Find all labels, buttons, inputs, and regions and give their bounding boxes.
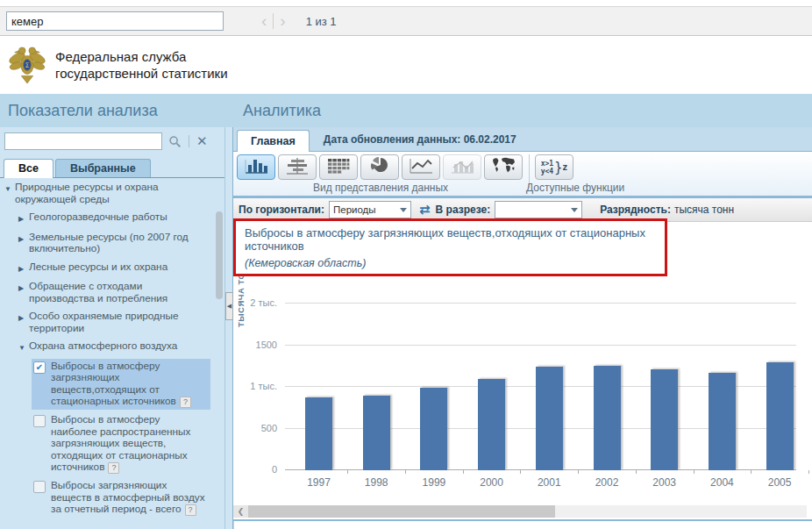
bar-1998[interactable] bbox=[363, 396, 390, 470]
x-tick-label: 1999 bbox=[408, 476, 460, 489]
chart-subtitle: (Кемеровская область) bbox=[245, 257, 665, 269]
column-chart-icon bbox=[243, 156, 269, 179]
org-name: Федеральная служба государственной стати… bbox=[55, 48, 228, 82]
swap-axes-icon[interactable]: ⇄ bbox=[419, 202, 431, 218]
line-chart-button[interactable] bbox=[402, 154, 440, 180]
tree-item[interactable]: Выбросы загрязняющих веществ в атмосферн… bbox=[4, 480, 209, 516]
window-top-strip bbox=[0, 0, 812, 7]
chart-horizontal-scrollbar[interactable]: ❮ bbox=[233, 505, 807, 518]
slice-select[interactable] bbox=[495, 201, 582, 218]
tree-item[interactable]: ▶Обращение с отходами производства и пот… bbox=[4, 281, 209, 304]
indicator-checkbox[interactable] bbox=[33, 481, 46, 493]
x-axis-tick bbox=[636, 470, 637, 474]
tab-selected[interactable]: Выбранные bbox=[55, 159, 151, 177]
view-toolbar: x>1 y<4 } z Вид представления данных Дос… bbox=[233, 152, 812, 196]
functions-icon: x>1 y<4 } z bbox=[541, 160, 568, 175]
functions-button[interactable]: x>1 y<4 } z bbox=[535, 154, 573, 180]
x-tick-label: 2001 bbox=[523, 476, 575, 489]
tree-item[interactable]: ▶Особо охраняемые природные территории bbox=[4, 311, 209, 334]
bar-2001[interactable] bbox=[536, 367, 563, 470]
tree-item[interactable]: ▼Охрана атмосферного воздуха bbox=[4, 340, 209, 354]
data-update-date: Дата обновления данных: 06.02.2017 bbox=[324, 133, 516, 146]
bar-chart-horizontal-button[interactable] bbox=[278, 154, 317, 180]
find-next-button[interactable]: › bbox=[274, 13, 291, 29]
bottom-panel-edge bbox=[233, 521, 812, 529]
tree-item-label: Выбросы загрязняющих веществ в атмосферн… bbox=[51, 480, 209, 516]
tree-item[interactable]: ▶Геологоразведочные работы bbox=[4, 211, 209, 225]
tree-item-label: Особо охраняемые природные территории bbox=[29, 311, 209, 334]
svg-text:Σ: Σ bbox=[25, 61, 30, 69]
find-prev-button[interactable]: ‹ bbox=[255, 13, 273, 29]
x-axis-tick bbox=[751, 470, 751, 474]
indicator-tree: ▼Природные ресурсы и охрана окружающей с… bbox=[0, 178, 224, 522]
collapse-sidebar-handle[interactable]: ◀ bbox=[225, 292, 233, 320]
world-map-icon bbox=[490, 156, 516, 179]
help-icon[interactable]: ? bbox=[180, 397, 191, 408]
tab-main[interactable]: Главная bbox=[237, 130, 310, 152]
x-axis-tick bbox=[463, 470, 464, 474]
tree-item-label: Геологоразведочные работы bbox=[29, 211, 209, 225]
tree-item-label: Выбросы в атмосферу наиболее распростран… bbox=[51, 414, 209, 474]
gridline: 1500 bbox=[285, 345, 796, 346]
scroll-left-arrow-icon[interactable]: ❮ bbox=[233, 505, 248, 518]
bar-1997[interactable] bbox=[305, 397, 332, 470]
search-icon[interactable] bbox=[168, 135, 182, 148]
tree-item[interactable]: ▼Природные ресурсы и охрана окружающей с… bbox=[4, 182, 209, 205]
tree-item[interactable]: Выбросы в атмосферу наиболее распростран… bbox=[4, 414, 209, 474]
pie-chart-icon bbox=[367, 156, 393, 179]
sidebar-tabs: Все Выбранные bbox=[0, 156, 224, 178]
x-tick-label: 2004 bbox=[695, 476, 748, 489]
main-tab-row: Главная Дата обновления данных: 06.02.20… bbox=[233, 127, 812, 152]
bar-2003[interactable] bbox=[651, 369, 678, 470]
tab-all[interactable]: Все bbox=[4, 159, 53, 178]
find-input[interactable] bbox=[6, 11, 224, 31]
indicator-checkbox[interactable] bbox=[33, 415, 46, 427]
tree-item-label: Природные ресурсы и охрана окружающей ср… bbox=[15, 182, 209, 205]
column-chart-button[interactable] bbox=[237, 154, 275, 180]
help-icon[interactable]: ? bbox=[185, 504, 196, 516]
chart-area: Выбросы в атмосферу загрязняющих веществ… bbox=[233, 222, 812, 519]
y-tick-label: 0 bbox=[237, 464, 277, 475]
chevron-down-icon bbox=[400, 208, 407, 212]
mixed-chart-button bbox=[443, 154, 481, 180]
horizontal-axis-label: По горизонтали: bbox=[239, 204, 324, 216]
tree-item[interactable]: ▶Лесные ресурсы и их охрана bbox=[4, 261, 209, 275]
bar-2000[interactable] bbox=[478, 379, 505, 470]
bar-chart-horizontal-icon bbox=[284, 156, 310, 179]
x-tick-label: 2005 bbox=[753, 476, 806, 489]
bar-2005[interactable] bbox=[766, 362, 794, 470]
bar-2002[interactable] bbox=[594, 366, 621, 470]
x-axis-tick bbox=[520, 470, 521, 474]
x-axis-tick bbox=[578, 470, 579, 474]
clear-search-icon[interactable]: ✕ bbox=[189, 135, 208, 147]
pie-chart-button[interactable] bbox=[360, 154, 399, 180]
chart-scrollbar-thumb[interactable] bbox=[248, 505, 555, 518]
x-tick-label: 1998 bbox=[350, 476, 402, 489]
bar-chart-plot: 05001 тыс.15002 тыс.19971998199920002001… bbox=[285, 295, 796, 470]
panel-splitter[interactable]: ◀ bbox=[224, 127, 232, 529]
world-map-button[interactable] bbox=[484, 154, 523, 180]
chart-title: Выбросы в атмосферу загрязняющих веществ… bbox=[245, 226, 665, 253]
tree-item[interactable]: ▶Земельные ресурсы (по 2007 год включите… bbox=[4, 232, 209, 255]
bar-1999[interactable] bbox=[420, 388, 447, 470]
tree-item-label: Выбросы в атмосферу загрязняющих веществ… bbox=[51, 361, 209, 409]
sidebar-vertical-scrollbar[interactable] bbox=[216, 211, 223, 518]
chevron-down-icon bbox=[571, 208, 578, 212]
data-table-button[interactable] bbox=[319, 154, 358, 180]
gridline: 2 тыс. bbox=[285, 303, 796, 304]
rosstat-eagle-logo: Σ bbox=[8, 43, 46, 87]
horizontal-axis-select[interactable]: Периоды bbox=[329, 201, 411, 218]
tree-item-label: Охрана атмосферного воздуха bbox=[29, 340, 209, 354]
x-tick-label: 2003 bbox=[638, 476, 691, 489]
slice-label: В разрезе: bbox=[436, 204, 491, 216]
find-result-count: 1 из 1 bbox=[306, 15, 337, 28]
sidebar-scrollbar-thumb[interactable] bbox=[216, 211, 223, 299]
indicator-checkbox[interactable]: ✔ bbox=[33, 361, 46, 374]
help-icon[interactable]: ? bbox=[108, 462, 119, 474]
tree-item[interactable]: ✔Выбросы в атмосферу загрязняющих вещест… bbox=[4, 361, 209, 409]
bar-2004[interactable] bbox=[709, 373, 736, 470]
sidebar-search-input[interactable] bbox=[4, 132, 162, 150]
find-bar: ‹ › 1 из 1 bbox=[0, 7, 812, 36]
data-table-icon bbox=[325, 156, 352, 179]
x-tick-label: 2000 bbox=[466, 476, 518, 489]
